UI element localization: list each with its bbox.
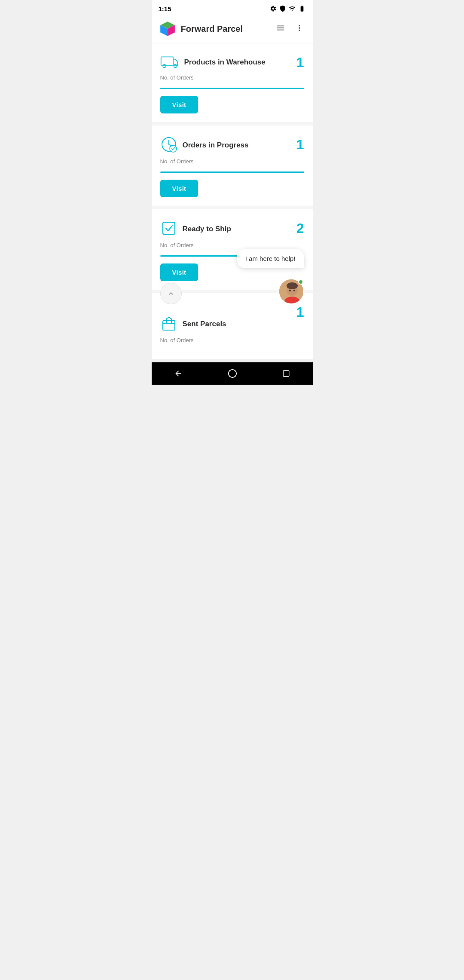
- clock-check-icon: [160, 136, 177, 155]
- svg-rect-15: [163, 321, 175, 330]
- main-content: Products in Warehouse No. of Orders 1 Vi…: [152, 43, 313, 359]
- ready-to-ship-card: Ready to Ship No. of Orders 2 Visit I am…: [152, 209, 313, 290]
- status-bar: 1:15: [152, 0, 313, 15]
- card-title-4: Sent Parcels: [183, 320, 226, 328]
- logo-container: Forward Parcel: [159, 20, 243, 38]
- header-actions: [274, 21, 306, 36]
- svg-rect-17: [283, 371, 289, 377]
- recent-apps-button[interactable]: [274, 368, 299, 379]
- shield-icon: [279, 5, 286, 12]
- card-header-3: Ready to Ship: [160, 220, 304, 239]
- svg-point-14: [293, 290, 295, 291]
- card-title-2: Orders in Progress: [183, 141, 249, 150]
- status-time: 1:15: [159, 5, 171, 12]
- card-header-4: Sent Parcels: [160, 315, 304, 334]
- card-divider-2: [160, 172, 304, 173]
- truck-icon: [160, 54, 179, 71]
- app-title: Forward Parcel: [181, 24, 243, 34]
- bottom-nav-bar: [152, 362, 313, 385]
- svg-point-7: [170, 145, 177, 152]
- wifi-icon: [289, 5, 296, 12]
- home-icon: [228, 369, 237, 378]
- card-subtitle-2: No. of Orders: [160, 158, 304, 165]
- orders-in-progress-card: Orders in Progress No. of Orders 1 Visit: [152, 126, 313, 206]
- visit-button-3[interactable]: Visit: [160, 263, 198, 281]
- scroll-up-button[interactable]: [160, 283, 182, 304]
- back-button[interactable]: [165, 368, 191, 380]
- card-count-4: 1: [296, 305, 304, 319]
- sent-parcels-card: Sent Parcels No. of Orders 1: [152, 293, 313, 359]
- card-subtitle-4: No. of Orders: [160, 337, 304, 343]
- chat-bubble: I am here to help!: [237, 249, 304, 268]
- back-icon: [174, 369, 183, 378]
- card-count-3: 2: [296, 221, 304, 235]
- card-header-2: Orders in Progress: [160, 136, 304, 155]
- menu-icon[interactable]: [274, 21, 287, 36]
- svg-point-12: [287, 282, 298, 289]
- chat-avatar-container[interactable]: [278, 279, 304, 304]
- card-count-1: 1: [296, 55, 304, 69]
- app-header: Forward Parcel: [152, 15, 313, 43]
- battery-icon: [298, 5, 306, 12]
- card-title-1: Products in Warehouse: [184, 58, 266, 67]
- up-arrow-icon: [167, 289, 175, 298]
- more-options-icon[interactable]: [293, 21, 306, 36]
- home-button[interactable]: [219, 367, 246, 380]
- card-count-2: 1: [296, 138, 304, 151]
- status-icons: [270, 5, 306, 12]
- checkbox-icon: [160, 220, 177, 239]
- chat-avatar: [278, 279, 304, 304]
- card-header-1: Products in Warehouse: [160, 54, 304, 71]
- visit-button-1[interactable]: Visit: [160, 96, 198, 113]
- svg-point-13: [289, 290, 291, 291]
- card-title-3: Ready to Ship: [183, 225, 231, 233]
- visit-button-2[interactable]: Visit: [160, 180, 198, 197]
- recent-apps-icon: [282, 370, 290, 377]
- card-divider-1: [160, 88, 304, 89]
- logo-icon: [159, 20, 177, 38]
- parcel-icon: [160, 315, 177, 334]
- card-subtitle-3: No. of Orders: [160, 242, 304, 248]
- svg-rect-3: [161, 57, 173, 65]
- card-subtitle-1: No. of Orders: [160, 74, 304, 81]
- settings-icon: [270, 5, 277, 12]
- products-in-warehouse-card: Products in Warehouse No. of Orders 1 Vi…: [152, 43, 313, 122]
- svg-rect-8: [163, 222, 175, 234]
- online-status-dot: [298, 279, 303, 285]
- svg-point-16: [229, 370, 236, 377]
